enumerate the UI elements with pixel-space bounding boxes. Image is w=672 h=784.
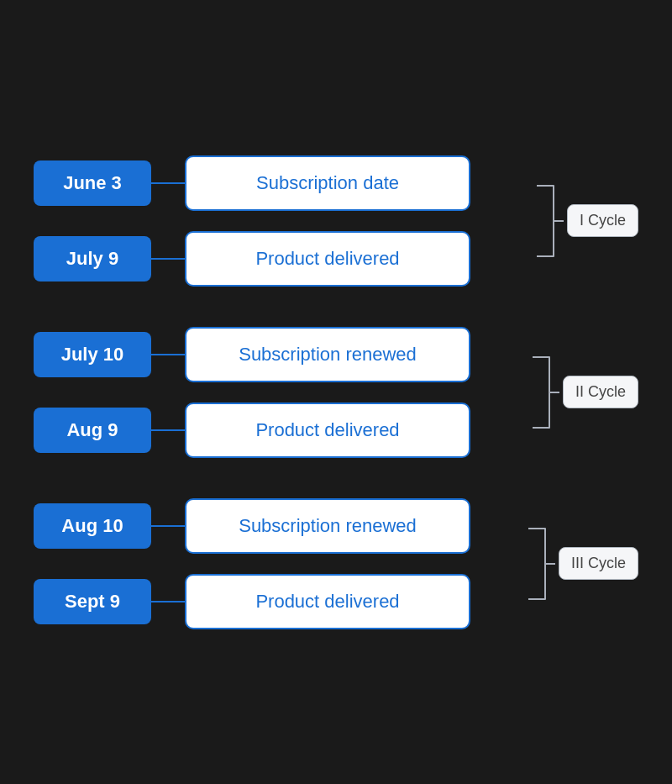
event-box-1-1: Subscription date [185, 155, 470, 211]
main-container: June 3Subscription dateJuly 9Product del… [17, 130, 655, 655]
cycle-rows-1: June 3Subscription dateJuly 9Product del… [34, 155, 527, 287]
date-badge-2-1: July 10 [34, 332, 151, 377]
event-box-2-2: Product delivered [185, 403, 470, 458]
event-box-3-1: Subscription renewed [185, 498, 470, 554]
event-box-3-2: Product delivered [185, 574, 470, 629]
event-box-2-1: Subscription renewed [185, 327, 470, 382]
date-badge-3-2: Sept 9 [34, 579, 151, 624]
cycle-group-1: June 3Subscription dateJuly 9Product del… [34, 155, 638, 287]
connector-line-1-2 [151, 258, 185, 260]
connector-line-2-2 [151, 429, 185, 431]
event-row-2-1: July 10Subscription renewed [34, 327, 522, 382]
bracket-wrapper-3: III Cycle [525, 503, 638, 624]
date-badge-1-2: July 9 [34, 236, 151, 282]
bracket-wrapper-2: II Cycle [529, 332, 638, 453]
connector-line-1-1 [151, 182, 185, 184]
date-badge-3-1: Aug 10 [34, 503, 151, 549]
connector-line-3-1 [151, 525, 185, 527]
bracket-svg-3 [525, 503, 555, 624]
cycle-group-2: July 10Subscription renewedAug 9Product … [34, 327, 638, 458]
date-badge-1-1: June 3 [34, 160, 151, 206]
event-row-3-2: Sept 9Product delivered [34, 574, 518, 629]
cycle-rows-3: Aug 10Subscription renewedSept 9Product … [34, 498, 518, 629]
cycle-group-3: Aug 10Subscription renewedSept 9Product … [34, 498, 638, 629]
cycle-label-3: III Cycle [559, 547, 638, 580]
date-badge-2-2: Aug 9 [34, 408, 151, 453]
connector-line-3-2 [151, 601, 185, 602]
bracket-svg-2 [529, 332, 559, 453]
connector-line-2-1 [151, 354, 185, 355]
event-box-1-2: Product delivered [185, 231, 470, 287]
event-row-1-1: June 3Subscription date [34, 155, 527, 211]
cycle-label-2: II Cycle [563, 376, 638, 408]
event-row-3-1: Aug 10Subscription renewed [34, 498, 518, 554]
event-row-2-2: Aug 9Product delivered [34, 403, 522, 458]
bracket-svg-1 [533, 160, 564, 282]
cycle-label-1: I Cycle [567, 204, 638, 237]
event-row-1-2: July 9Product delivered [34, 231, 527, 287]
bracket-wrapper-1: I Cycle [533, 160, 638, 282]
cycle-rows-2: July 10Subscription renewedAug 9Product … [34, 327, 522, 458]
